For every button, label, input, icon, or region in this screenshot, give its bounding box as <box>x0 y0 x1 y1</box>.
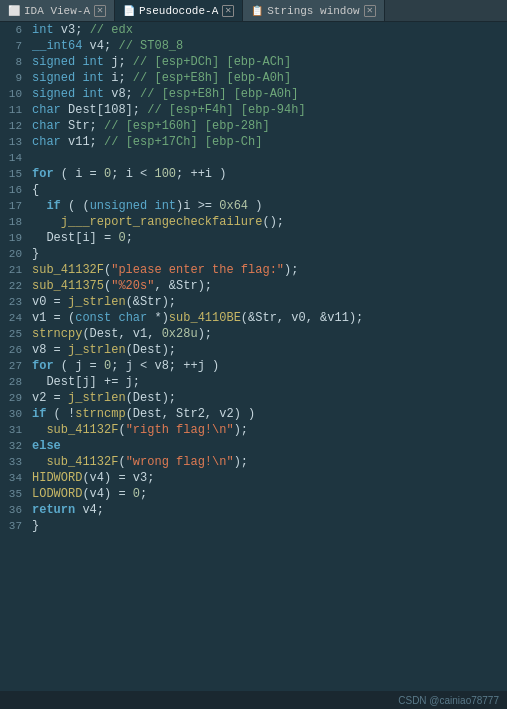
tab-pseudocode[interactable]: 📄 Pseudocode-A ✕ <box>115 0 243 21</box>
code-line: 18 j___report_rangecheckfailure(); <box>0 214 507 230</box>
token-fn: sub_41132F <box>32 263 104 277</box>
token-var: ); <box>284 263 298 277</box>
line-number: 6 <box>0 22 28 38</box>
code-line: 31 sub_41132F("rigth flag!\n"); <box>0 422 507 438</box>
line-number: 14 <box>0 150 28 166</box>
line-content: return v4; <box>28 502 507 518</box>
token-type: char <box>32 103 61 117</box>
code-line: 8signed int j; // [esp+DCh] [ebp-ACh] <box>0 54 507 70</box>
line-content: Dest[j] += j; <box>28 374 507 390</box>
token-var: ; <box>140 487 147 501</box>
line-content: { <box>28 182 507 198</box>
token-str: "please enter the flag:" <box>111 263 284 277</box>
tab-strings[interactable]: 📋 Strings window ✕ <box>243 0 384 21</box>
line-content: sub_41132F("rigth flag!\n"); <box>28 422 507 438</box>
token-type: unsigned int <box>90 199 176 213</box>
line-content: for ( j = 0; j < v8; ++j ) <box>28 358 507 374</box>
token-fn: j_strlen <box>68 343 126 357</box>
line-content: Dest[i] = 0; <box>28 230 507 246</box>
line-number: 18 <box>0 214 28 230</box>
token-var: (&Str); <box>126 295 176 309</box>
token-num: 0 <box>133 487 140 501</box>
code-line: 20} <box>0 246 507 262</box>
tab-pseudo-close[interactable]: ✕ <box>222 5 234 17</box>
token-type: const char <box>75 311 147 325</box>
line-number: 26 <box>0 342 28 358</box>
line-number: 11 <box>0 102 28 118</box>
token-num: 0 <box>118 231 125 245</box>
tab-ida-view[interactable]: ⬜ IDA View-A ✕ <box>0 0 115 21</box>
token-fn: sub_411375 <box>32 279 104 293</box>
line-content: LODWORD(v4) = 0; <box>28 486 507 502</box>
token-var: Dest[i] = <box>32 231 118 245</box>
line-content: signed int v8; // [esp+E8h] [ebp-A0h] <box>28 86 507 102</box>
code-line: 32else <box>0 438 507 454</box>
line-content: char v11; // [esp+17Ch] [ebp-Ch] <box>28 134 507 150</box>
tab-ida-icon: ⬜ <box>8 5 20 17</box>
token-var: )i >= <box>176 199 219 213</box>
code-line: 28 Dest[j] += j; <box>0 374 507 390</box>
line-number: 13 <box>0 134 28 150</box>
token-var: (Dest); <box>126 391 176 405</box>
line-number: 9 <box>0 70 28 86</box>
line-number: 21 <box>0 262 28 278</box>
line-number: 16 <box>0 182 28 198</box>
token-type: signed int <box>32 87 104 101</box>
line-number: 10 <box>0 86 28 102</box>
token-var: (Dest, Str2, v2) ) <box>126 407 256 421</box>
code-line: 37} <box>0 518 507 534</box>
line-content: signed int j; // [esp+DCh] [ebp-ACh] <box>28 54 507 70</box>
token-fn: sub_4110BE <box>169 311 241 325</box>
code-area: 6int v3; // edx7__int64 v4; // ST08_88si… <box>0 22 507 691</box>
code-line: 17 if ( (unsigned int)i >= 0x64 ) <box>0 198 507 214</box>
token-var: v2 = <box>32 391 68 405</box>
token-var: ( ( <box>61 199 90 213</box>
token-var: v1 = ( <box>32 311 75 325</box>
line-content: if ( !strncmp(Dest, Str2, v2) ) <box>28 406 507 422</box>
token-var: ; <box>126 231 133 245</box>
token-num: 100 <box>154 167 176 181</box>
tab-strings-close[interactable]: ✕ <box>364 5 376 17</box>
line-number: 32 <box>0 438 28 454</box>
code-line: 14 <box>0 150 507 166</box>
code-line: 9signed int i; // [esp+E8h] [ebp-A0h] <box>0 70 507 86</box>
token-var: , &Str); <box>154 279 212 293</box>
token-str: "%20s" <box>111 279 154 293</box>
line-number: 19 <box>0 230 28 246</box>
token-var: ); <box>234 455 248 469</box>
token-type: __int64 <box>32 39 82 53</box>
code-line: 34HIDWORD(v4) = v3; <box>0 470 507 486</box>
code-line: 13char v11; // [esp+17Ch] [ebp-Ch] <box>0 134 507 150</box>
token-fn: strncpy <box>32 327 82 341</box>
token-fn: sub_41132F <box>46 423 118 437</box>
token-fn: strncmp <box>75 407 125 421</box>
token-var: (Dest, v1, <box>82 327 161 341</box>
code-line: 12char Str; // [esp+160h] [ebp-28h] <box>0 118 507 134</box>
token-var: (); <box>262 215 284 229</box>
line-number: 35 <box>0 486 28 502</box>
token-var: Str; <box>61 119 104 133</box>
token-var: v11; <box>61 135 104 149</box>
line-number: 28 <box>0 374 28 390</box>
token-var: v3; <box>54 23 90 37</box>
token-var: ( <box>118 455 125 469</box>
token-var: ( ! <box>46 407 75 421</box>
code-line: 6int v3; // edx <box>0 22 507 38</box>
status-bar: CSDN @cainiao78777 <box>0 691 507 709</box>
token-var: *) <box>147 311 169 325</box>
token-var: ( i = <box>54 167 104 181</box>
line-content: v1 = (const char *)sub_4110BE(&Str, v0, … <box>28 310 507 326</box>
line-number: 25 <box>0 326 28 342</box>
token-kw: return <box>32 503 75 517</box>
line-number: 27 <box>0 358 28 374</box>
token-comment: // [esp+160h] [ebp-28h] <box>104 119 270 133</box>
token-str: "wrong flag!\n" <box>126 455 234 469</box>
token-var: ( <box>118 423 125 437</box>
line-number: 29 <box>0 390 28 406</box>
line-number: 24 <box>0 310 28 326</box>
line-content: else <box>28 438 507 454</box>
tab-ida-close[interactable]: ✕ <box>94 5 106 17</box>
line-content: char Str; // [esp+160h] [ebp-28h] <box>28 118 507 134</box>
token-comment: // [esp+17Ch] [ebp-Ch] <box>104 135 262 149</box>
line-number: 23 <box>0 294 28 310</box>
